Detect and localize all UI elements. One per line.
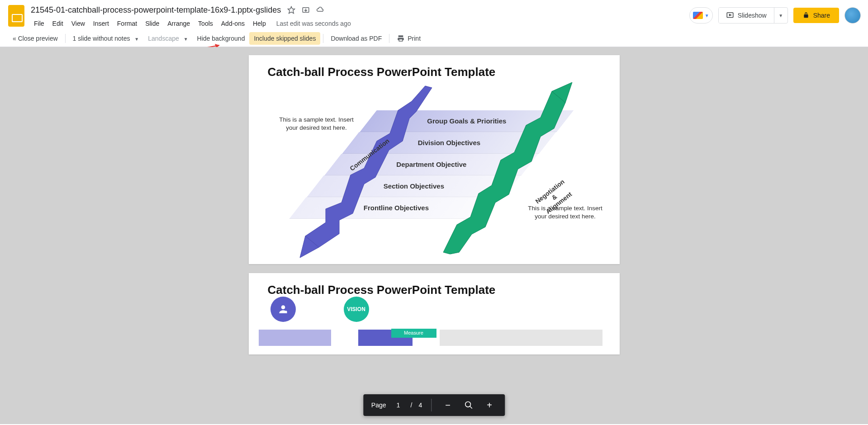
account-avatar[interactable] — [844, 7, 861, 24]
svg-line-11 — [470, 406, 472, 409]
download-pdf-button[interactable]: Download as PDF — [326, 32, 386, 45]
slideshow-dropdown[interactable]: ▼ — [774, 8, 787, 23]
chevron-down-icon: ▼ — [184, 37, 188, 42]
zoom-fit-button[interactable] — [461, 398, 476, 412]
chevron-down-icon: ▼ — [778, 13, 783, 18]
zoom-in-button[interactable]: + — [482, 398, 497, 412]
menu-arrange[interactable]: Arrange — [164, 18, 193, 29]
move-icon[interactable] — [302, 6, 310, 14]
menu-view[interactable]: View — [68, 18, 88, 29]
page-sep: / — [411, 401, 413, 409]
slide-2: Catch-ball Process PowerPoint Template V… — [249, 273, 620, 354]
slideshow-group: Slideshow ▼ — [718, 7, 788, 24]
star-icon[interactable] — [287, 6, 295, 14]
menu-slide[interactable]: Slide — [142, 18, 162, 29]
svg-point-10 — [465, 402, 471, 407]
close-preview-button[interactable]: « Close preview — [8, 32, 62, 45]
orientation-dropdown[interactable]: Landscape ▼ — [143, 32, 192, 45]
last-edit-label[interactable]: Last edit was seconds ago — [276, 20, 351, 27]
canvas-area[interactable]: Catch-ball Process PowerPoint Template T… — [0, 47, 868, 424]
orientation-label: Landscape — [148, 35, 179, 42]
slides-mode-dropdown[interactable]: 1 slide without notes ▼ — [68, 32, 144, 45]
slide-title: Catch-ball Process PowerPoint Template — [249, 55, 620, 79]
menu-format[interactable]: Format — [114, 18, 140, 29]
svg-point-9 — [285, 311, 287, 312]
doc-title-row: 21545-01-catchball-process-powerpoint-te… — [31, 4, 689, 16]
page-input[interactable] — [393, 401, 404, 409]
page-total: 4 — [418, 401, 422, 409]
person-circle — [270, 297, 296, 322]
menu-tools[interactable]: Tools — [195, 18, 216, 29]
menu-insert[interactable]: Insert — [90, 18, 112, 29]
chevron-down-icon: ▼ — [705, 13, 709, 18]
band-tail — [440, 330, 602, 346]
catchball-diagram: Group Goals & Priorities Division Object… — [303, 82, 565, 259]
separator — [65, 34, 66, 43]
separator — [389, 34, 389, 43]
slide-title: Catch-ball Process PowerPoint Template — [249, 273, 620, 297]
svg-point-8 — [281, 305, 285, 309]
preview-toolbar: « Close preview 1 slide without notes ▼ … — [0, 30, 868, 47]
band-left — [259, 330, 331, 346]
doc-title[interactable]: 21545-01-catchball-process-powerpoint-te… — [31, 5, 281, 15]
zoom-toolbar: Page / 4 − + — [363, 394, 505, 416]
menu-file[interactable]: File — [31, 18, 47, 29]
green-arrow — [432, 82, 577, 263]
present-icon — [726, 11, 734, 19]
process-band: Measure — [259, 330, 599, 346]
chevron-down-icon: ▼ — [134, 37, 139, 42]
person-icon — [277, 303, 289, 315]
slideshow-button[interactable]: Slideshow — [719, 8, 774, 23]
svg-marker-3 — [729, 14, 731, 16]
page-label: Page — [371, 401, 386, 409]
separator — [323, 34, 323, 43]
hide-background-button[interactable]: Hide background — [193, 32, 250, 45]
print-button[interactable]: Print — [392, 32, 425, 45]
slides-mode-label: 1 slide without notes — [73, 35, 130, 42]
separator — [431, 399, 432, 411]
lock-icon — [802, 12, 810, 19]
cloud-status-icon[interactable] — [316, 6, 324, 14]
measure-label: Measure — [391, 329, 436, 338]
menu-help[interactable]: Help — [250, 18, 269, 29]
menu-bar: File Edit View Insert Format Slide Arran… — [31, 17, 689, 30]
print-icon — [397, 34, 405, 42]
app-header: 21545-01-catchball-process-powerpoint-te… — [0, 0, 868, 30]
magnifier-icon — [464, 401, 473, 410]
zoom-out-button[interactable]: − — [441, 398, 455, 412]
vision-circle: VISION — [344, 297, 369, 322]
header-actions: ▼ Slideshow ▼ Share — [689, 4, 861, 24]
slides-logo[interactable] — [7, 4, 25, 28]
menu-edit[interactable]: Edit — [49, 18, 66, 29]
slides-icon — [8, 5, 24, 27]
slideshow-label: Slideshow — [738, 12, 767, 19]
include-skipped-button[interactable]: Include skipped slides — [249, 32, 320, 45]
slide-1: Catch-ball Process PowerPoint Template T… — [249, 55, 620, 264]
print-label: Print — [408, 35, 421, 42]
share-label: Share — [813, 12, 830, 19]
meet-button[interactable]: ▼ — [689, 7, 713, 24]
blue-arrow — [296, 82, 446, 263]
meet-icon — [693, 12, 703, 19]
share-button[interactable]: Share — [793, 8, 839, 23]
menu-addons[interactable]: Add-ons — [218, 18, 248, 29]
doc-area: 21545-01-catchball-process-powerpoint-te… — [31, 4, 689, 30]
svg-marker-0 — [288, 7, 295, 14]
